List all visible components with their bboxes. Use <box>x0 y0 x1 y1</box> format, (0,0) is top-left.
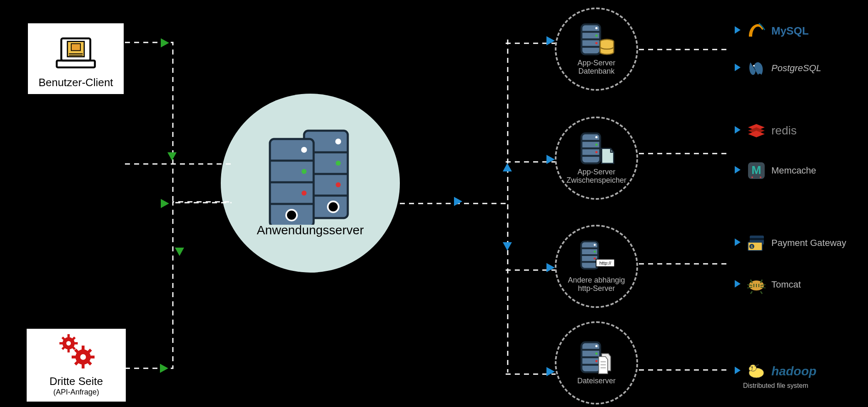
svg-point-73 <box>595 136 597 138</box>
svg-point-75 <box>595 151 597 153</box>
redis-label: redis <box>771 124 797 137</box>
svg-point-89 <box>595 345 597 347</box>
svg-marker-59 <box>546 263 555 272</box>
svg-point-81 <box>594 251 596 253</box>
svg-point-105 <box>751 176 753 178</box>
laptop-icon <box>53 35 99 74</box>
svg-marker-95 <box>735 26 741 34</box>
memcache-label: Memcache <box>771 165 816 176</box>
server-cache-icon <box>578 132 615 167</box>
arrow-right-blue <box>546 36 555 45</box>
bullet-icon <box>735 238 741 248</box>
redis-logo-icon <box>746 121 766 141</box>
spur-node-to-http-tech <box>639 260 731 268</box>
svg-rect-17 <box>82 345 85 350</box>
arrow-down-green <box>175 248 184 256</box>
svg-rect-7 <box>67 334 70 338</box>
backend-node-file: Dateiserver <box>555 321 638 405</box>
arrow-right-blue <box>546 263 555 272</box>
svg-marker-113 <box>735 280 741 288</box>
svg-point-40 <box>302 191 307 196</box>
svg-point-90 <box>595 352 597 354</box>
postgres-logo-icon <box>746 58 766 78</box>
svg-point-91 <box>595 360 597 362</box>
bullet-icon <box>735 280 741 289</box>
tech-mysql: MySQL <box>735 21 809 41</box>
tech-redis: redis <box>735 121 797 141</box>
spur-node-to-file-tech <box>639 366 731 374</box>
backend-file-label: Dateiserver <box>577 377 616 385</box>
third-party-label: Dritte Seite <box>50 375 103 388</box>
arrow-right-blue <box>546 367 555 376</box>
svg-marker-58 <box>546 155 555 164</box>
server-icon <box>267 129 354 221</box>
bullet-icon <box>735 26 741 35</box>
spur-node-to-cache-tech <box>639 150 731 157</box>
svg-point-106 <box>760 176 761 178</box>
svg-text:$: $ <box>751 245 753 249</box>
svg-point-82 <box>594 257 596 259</box>
svg-rect-8 <box>67 349 70 352</box>
mysql-label: MySQL <box>771 25 809 37</box>
tech-postgres: PostgreSQL <box>735 58 821 78</box>
svg-marker-96 <box>735 64 741 71</box>
svg-marker-47 <box>160 364 168 373</box>
svg-marker-55 <box>503 163 512 171</box>
svg-marker-43 <box>161 38 169 47</box>
arrow-down-green <box>167 152 177 161</box>
svg-rect-20 <box>90 355 95 358</box>
svg-marker-57 <box>546 36 555 45</box>
backend-db-label: App-ServerDatenbank <box>577 59 615 76</box>
svg-marker-46 <box>175 248 184 256</box>
svg-marker-54 <box>454 197 462 206</box>
svg-point-25 <box>80 354 86 360</box>
svg-point-119 <box>752 367 753 368</box>
payment-gateway-icon: $ <box>746 233 766 253</box>
svg-marker-44 <box>167 152 177 161</box>
hadoop-sublabel: Distributed file system <box>743 382 808 390</box>
svg-point-33 <box>328 201 339 212</box>
payment-label: Payment Gateway <box>771 238 846 248</box>
svg-marker-45 <box>161 199 169 208</box>
svg-point-15 <box>66 341 71 345</box>
svg-rect-19 <box>72 355 76 358</box>
hadoop-label: hadoop <box>771 364 816 378</box>
svg-rect-109 <box>750 238 764 240</box>
tech-tomcat: Tomcat <box>735 275 801 295</box>
svg-marker-60 <box>546 367 555 376</box>
svg-point-38 <box>301 147 307 153</box>
svg-rect-9 <box>60 342 63 345</box>
connector-client-to-center <box>125 42 242 211</box>
svg-point-97 <box>753 65 755 67</box>
svg-point-30 <box>335 139 341 144</box>
connector-mid-to-center <box>125 160 242 168</box>
svg-rect-3 <box>71 44 80 50</box>
tomcat-logo-icon <box>746 275 766 295</box>
svg-point-66 <box>595 35 597 37</box>
user-client-box: Benutzer-Client <box>28 23 124 94</box>
svg-point-39 <box>302 169 307 174</box>
bullet-icon <box>735 64 741 73</box>
third-party-sublabel: (API-Anfrage) <box>53 388 99 397</box>
app-server-label: Anwendungsserver <box>257 223 364 237</box>
gears-icon <box>53 333 99 372</box>
backend-vertical-bus <box>506 40 510 374</box>
backend-node-database: App-ServerDatenbank <box>555 7 638 91</box>
postgres-label: PostgreSQL <box>771 63 821 74</box>
tech-hadoop: hadoop Distributed file system <box>735 361 816 381</box>
svg-point-74 <box>595 144 597 146</box>
svg-text:M: M <box>751 164 761 176</box>
memcache-logo-icon: M <box>746 161 766 181</box>
tomcat-label: Tomcat <box>771 279 801 290</box>
svg-point-31 <box>336 161 341 166</box>
tech-payment: $ Payment Gateway <box>735 233 846 253</box>
arrow-down-blue <box>503 242 512 251</box>
svg-point-41 <box>286 210 297 221</box>
arrow-right-green <box>161 38 169 47</box>
svg-text:http://: http:// <box>599 261 611 266</box>
svg-rect-1 <box>57 60 95 67</box>
spur-node-to-db-tech <box>639 46 731 53</box>
svg-marker-98 <box>735 126 741 134</box>
app-server-group: Anwendungsserver <box>221 94 400 273</box>
backend-cache-label: App-ServerZwischenspeicher <box>566 168 626 185</box>
